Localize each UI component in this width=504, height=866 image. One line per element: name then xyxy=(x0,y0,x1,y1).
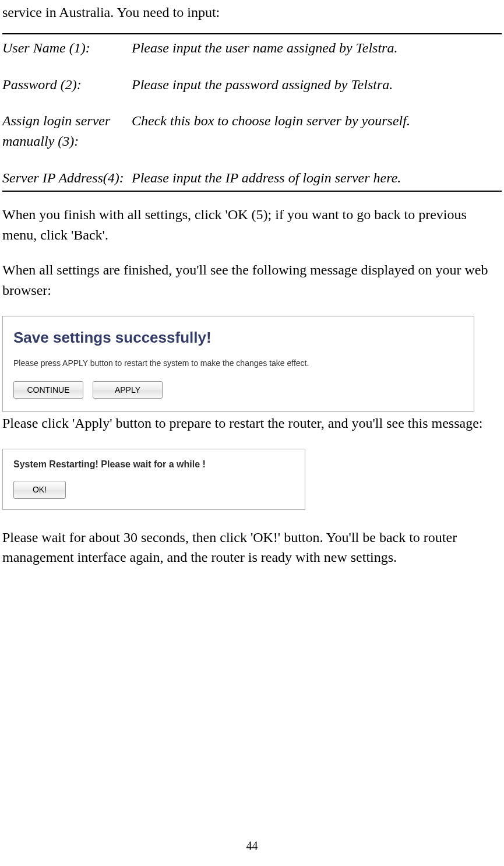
def-row-password: Password (2): Please input the password … xyxy=(2,75,502,95)
ok-button[interactable]: OK! xyxy=(13,481,66,498)
save-settings-title: Save settings successfully! xyxy=(13,327,463,349)
paragraph-ok-back: When you finish with all settings, click… xyxy=(2,205,502,245)
continue-button[interactable]: CONTINUE xyxy=(13,381,83,399)
def-label: Server IP Address(4): xyxy=(2,168,132,188)
def-row-username: User Name (1): Please input the user nam… xyxy=(2,38,502,58)
def-label: User Name (1): xyxy=(2,38,132,58)
def-label: Password (2): xyxy=(2,75,132,95)
definition-table: User Name (1): Please input the user nam… xyxy=(2,33,502,192)
page-number: 44 xyxy=(0,837,504,854)
def-row-server-ip: Server IP Address(4): Please input the I… xyxy=(2,168,502,188)
paragraph-finished: When all settings are finished, you'll s… xyxy=(2,260,502,301)
restart-title: System Restarting! Please wait for a whi… xyxy=(13,457,294,471)
restart-panel: System Restarting! Please wait for a whi… xyxy=(2,449,305,509)
def-value: Please input the IP address of login ser… xyxy=(132,168,502,188)
save-settings-panel: Save settings successfully! Please press… xyxy=(2,316,474,412)
intro-text: service in Australia. You need to input: xyxy=(2,2,502,23)
paragraph-wait: Please wait for about 30 seconds, then c… xyxy=(2,527,502,568)
apply-button[interactable]: APPLY xyxy=(93,381,163,399)
def-value: Check this box to choose login server by… xyxy=(132,111,502,131)
def-value: Please input the user name assigned by T… xyxy=(132,38,502,58)
paragraph-apply: Please click 'Apply' button to prepare t… xyxy=(2,413,502,434)
save-settings-subtitle: Please press APPLY button to restart the… xyxy=(13,357,463,369)
def-row-assign-login: Assign login server manually (3): Check … xyxy=(2,111,502,152)
def-label: Assign login server manually (3): xyxy=(2,111,132,152)
def-value: Please input the password assigned by Te… xyxy=(132,75,502,95)
